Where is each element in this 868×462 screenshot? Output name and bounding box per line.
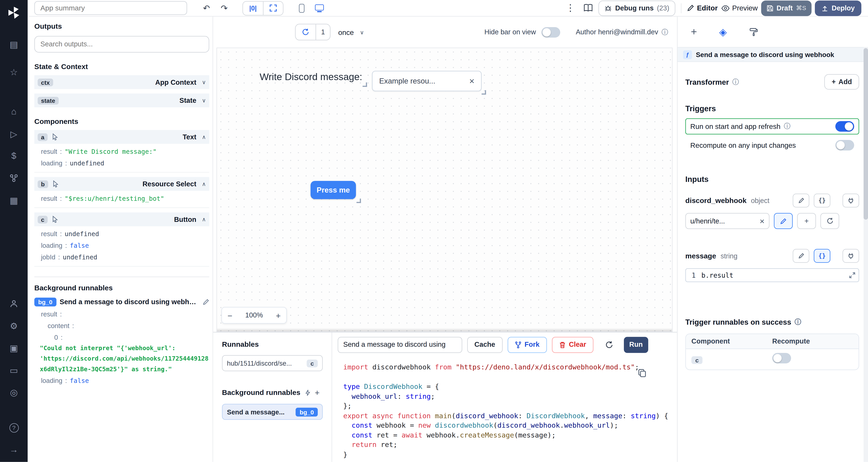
eval-braces-icon[interactable]: {} xyxy=(814,249,830,263)
resize-handle[interactable] xyxy=(356,199,361,203)
dollar-icon[interactable]: $ xyxy=(7,150,21,163)
gear-icon[interactable]: ⚙ xyxy=(7,319,21,332)
hide-bar-toggle[interactable] xyxy=(541,27,560,37)
kv-value: undefined xyxy=(70,159,104,167)
star-icon[interactable]: ☆ xyxy=(7,65,21,78)
runnable-name-input[interactable] xyxy=(338,336,462,353)
preview-tab[interactable]: Preview xyxy=(721,4,758,12)
undo-button[interactable]: ↶ xyxy=(199,1,214,15)
canvas-resource-select[interactable]: Example resou... × xyxy=(372,71,482,91)
pointer-icon[interactable] xyxy=(52,133,58,140)
app-summary-input[interactable] xyxy=(34,1,187,15)
component-settings-tab[interactable]: ◈ xyxy=(719,26,727,38)
message-expression-editor[interactable]: 1 b.result xyxy=(685,268,859,282)
field-name: discord_webhook xyxy=(685,196,747,205)
edit-pencil-icon[interactable] xyxy=(203,299,209,305)
refresh-app-button[interactable] xyxy=(296,24,315,40)
workspace-icon[interactable]: ▣ xyxy=(7,341,21,355)
clear-resource-icon[interactable]: × xyxy=(760,216,765,226)
add-background-runnable-button[interactable]: + xyxy=(315,388,319,397)
refresh-script-icon[interactable] xyxy=(605,340,613,349)
connect-plug-icon[interactable] xyxy=(842,249,859,263)
component-a-row[interactable]: a Text ∧ xyxy=(34,130,209,144)
recompute-c-toggle[interactable] xyxy=(772,353,791,363)
runnables-bottom-panel: Runnables hub/1511/discord/se... c Backg… xyxy=(213,332,677,462)
copy-code-icon[interactable] xyxy=(638,369,646,377)
pointer-icon[interactable] xyxy=(53,180,59,188)
home-icon[interactable]: ⌂ xyxy=(7,105,21,118)
chevron-down-icon[interactable]: ∨ xyxy=(202,79,206,85)
connect-plug-icon[interactable] xyxy=(842,194,859,207)
folder-icon[interactable]: ▭ xyxy=(7,363,21,377)
cache-button[interactable]: Cache xyxy=(467,336,502,353)
debug-runs-button[interactable]: Debug runs (23) xyxy=(598,0,675,16)
windmill-logo-icon[interactable] xyxy=(7,6,21,20)
chevron-up-icon[interactable]: ∧ xyxy=(202,181,206,187)
run-on-start-toggle[interactable] xyxy=(835,121,854,132)
frequency-dropdown[interactable]: once ∨ xyxy=(338,28,364,36)
discord-webhook-field-row: discord_webhook object {} xyxy=(685,194,859,207)
info-icon[interactable]: ⓘ xyxy=(795,318,801,327)
apps-icon[interactable]: ▤ xyxy=(7,38,21,51)
chevron-up-icon[interactable]: ∧ xyxy=(202,134,206,140)
clear-select-icon[interactable]: × xyxy=(469,76,474,86)
add-resource-icon[interactable]: + xyxy=(797,213,816,229)
resource-value-input[interactable]: u/henri/te... × xyxy=(685,213,770,229)
info-icon[interactable]: ⓘ xyxy=(732,77,739,87)
code-editor[interactable]: import discordwebhook from "https://deno… xyxy=(332,357,677,462)
bg0-row[interactable]: bg_0 Send a message to discord using web… xyxy=(34,298,209,306)
editor-tab[interactable]: Editor xyxy=(687,4,718,12)
clear-button[interactable]: Clear xyxy=(552,336,593,353)
ctx-row[interactable]: ctx App Context ∨ xyxy=(34,75,209,89)
desktop-view-button[interactable] xyxy=(312,1,327,15)
runs-icon[interactable]: ▷ xyxy=(7,127,21,140)
recompute-toggle[interactable] xyxy=(835,140,854,151)
chevron-down-icon[interactable]: ∨ xyxy=(202,97,206,103)
fullscreen-button[interactable] xyxy=(263,1,283,15)
runnable-bg0-item[interactable]: Send a message... bg_0 xyxy=(222,404,323,420)
add-transformer-button[interactable]: + Add xyxy=(825,74,859,90)
collapse-sidebar-icon[interactable]: → xyxy=(7,443,21,456)
zoom-out-button[interactable]: − xyxy=(227,310,232,320)
resize-handle[interactable] xyxy=(482,90,486,95)
eye-icon[interactable]: ◎ xyxy=(7,386,21,399)
resources-icon[interactable] xyxy=(7,171,21,185)
resize-handle[interactable] xyxy=(363,82,367,87)
static-edit-icon[interactable] xyxy=(793,194,809,207)
draft-button[interactable]: Draft ⌘S xyxy=(761,0,812,16)
component-c-row[interactable]: c Button ∧ xyxy=(34,212,209,226)
pointer-icon[interactable] xyxy=(52,216,58,223)
more-menu-icon[interactable]: ⋮ xyxy=(563,1,578,15)
run-button[interactable]: Run xyxy=(624,336,648,353)
info-icon[interactable]: ⓘ xyxy=(784,122,790,131)
calendar-icon[interactable]: ▦ xyxy=(7,194,21,207)
refresh-resource-icon[interactable] xyxy=(820,213,839,229)
scrollbar-thumb[interactable] xyxy=(864,48,868,220)
expand-editor-icon[interactable] xyxy=(849,272,855,278)
static-edit-icon[interactable] xyxy=(793,249,809,263)
canvas-press-me-button[interactable]: Press me xyxy=(311,181,356,199)
deploy-button[interactable]: Deploy xyxy=(815,0,861,16)
mobile-view-button[interactable] xyxy=(294,1,309,15)
scrollbar-track[interactable] xyxy=(864,47,868,462)
help-icon[interactable]: ? xyxy=(7,421,21,434)
insert-component-tab[interactable]: + xyxy=(691,26,697,38)
refresh-group: 1 xyxy=(295,24,330,40)
component-b-row[interactable]: b Resource Select ∧ xyxy=(34,177,209,191)
docs-book-icon[interactable] xyxy=(581,1,595,15)
redo-button[interactable]: ↷ xyxy=(217,1,231,15)
chevron-up-icon[interactable]: ∧ xyxy=(202,216,206,222)
canvas-text-component[interactable]: Write Discord message: xyxy=(259,71,362,83)
state-row[interactable]: state State ∨ xyxy=(34,94,209,107)
fork-button[interactable]: Fork xyxy=(507,336,547,353)
styling-tab[interactable] xyxy=(749,27,758,36)
info-icon[interactable]: ⓘ xyxy=(661,27,668,37)
runnable-hub-item[interactable]: hub/1511/discord/se... c xyxy=(222,355,323,371)
user-icon[interactable] xyxy=(7,297,21,310)
search-outputs-input[interactable] xyxy=(34,36,209,53)
grid-width-button[interactable]: |0| xyxy=(243,1,263,15)
zoom-in-button[interactable]: + xyxy=(276,310,281,320)
app-canvas[interactable]: Write Discord message: Example resou... … xyxy=(216,47,673,332)
eval-braces-icon[interactable]: {} xyxy=(814,194,830,207)
edit-resource-icon[interactable] xyxy=(774,213,793,229)
